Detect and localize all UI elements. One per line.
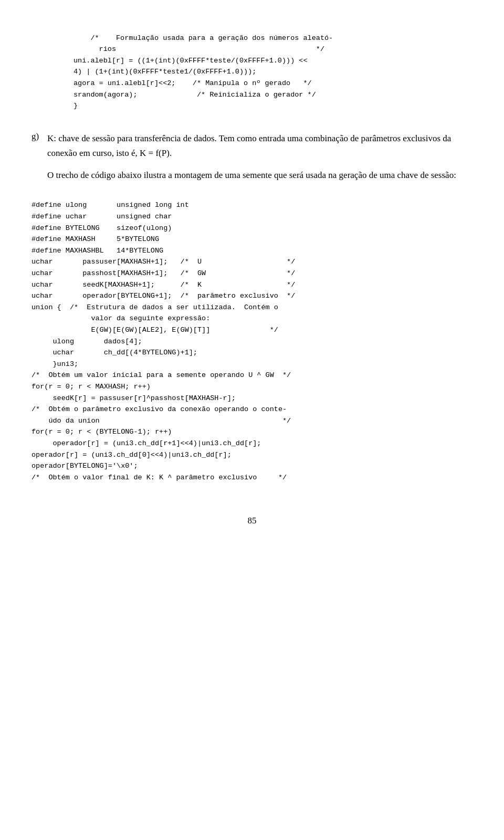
top-code-line-5: agora = uni.alebl[r]<<2; /* Manipula o n… [74,79,312,87]
g-letter: g) [32,131,42,142]
top-code-line-2: rios */ [74,45,324,53]
section-g-prose-2: O trecho de código abaixo ilustra a mont… [47,168,472,183]
code-line-define-uchar: #define uchar unsigned char [32,213,172,220]
code-line-operador: uchar operador[BYTELONG+1]; /* parâmetro… [32,292,295,300]
code-line-seedk: uchar seedK[MAXHASH+1]; /* K */ [32,281,295,289]
code-line-define-bytelong: #define BYTELONG sizeof(ulong) [32,224,172,232]
code-line-comment-operador: /* Obtém o parâmetro exclusivo da conexã… [32,405,287,413]
code-line-union-open: union { /* Estrutura de dados a ser util… [32,303,278,311]
code-line-union-comment-2: E(GW)[E(GW)[ALE2], E(GW)[T]] */ [32,326,278,334]
section-g-label: g) K: chave de sessão para transferência… [32,131,472,190]
code-line-union-comment-1: valor da seguinte expressão: [32,314,210,322]
code-line-passhost: uchar passhost[MAXHASH+1]; /* GW */ [32,269,295,277]
code-line-seedk-assign: seedK[r] = passuser[r]^passhost[MAXHASH-… [32,394,236,402]
code-line-define-maxhash: #define MAXHASH 5*BYTELONG [32,235,159,243]
code-line-ch-dd: uchar ch_dd[(4*BYTELONG)+1]; [32,349,197,356]
code-line-dados: ulong dados[4]; [32,338,142,345]
code-line-comment-final: /* Obtém o valor final de K: K ^ parâmet… [32,474,287,481]
code-section: #define ulong unsigned long int #define … [32,200,472,494]
top-code-line-3: uni.alebl[r] = ((1+(int)(0xFFFF*teste/(0… [74,57,308,65]
section-g-text: K: chave de sessão para transferência de… [47,131,472,190]
code-line-operador-assign-2: operador[r] = (uni3.ch_dd[0]<<4)|uni3.ch… [32,451,232,459]
top-code-line-4: 4) | (1+(int)(0xFFFF*teste1/(0xFFFF+1.0)… [74,68,269,76]
code-line-define-ulong: #define ulong unsigned long int [32,201,189,209]
page-number: 85 [32,516,472,526]
code-line-operador-null: operador[BYTELONG]='\x0'; [32,462,138,470]
top-code-line-7: } [74,102,78,110]
code-line-passuser: uchar passuser[MAXHASH+1]; /* U */ [32,258,295,266]
code-line-uni3: }uni3; [32,360,78,368]
code-line-operador-assign-1: operador[r] = (uni3.ch_dd[r+1]<<4)|uni3.… [32,439,261,447]
code-line-comment-seed: /* Obtém um valor inicial para a semente… [32,371,291,379]
code-line-for-2: for(r = 0; r < (BYTELONG-1); r++) [32,428,172,436]
code-line-define-maxhashbl: #define MAXHASHBL 14*BYTELONG [32,247,163,255]
main-content: g) K: chave de sessão para transferência… [32,131,472,495]
top-code-block: /* Formulação usada para a geração dos n… [74,21,472,123]
section-g-prose-1: K: chave de sessão para transferência de… [47,131,472,161]
code-line-for-1: for(r = 0; r < MAXHASH; r++) [32,383,151,391]
code-line-comment-union: údo da union */ [32,417,291,425]
top-code-line-1: /* Formulação usada para a geração dos n… [90,34,333,42]
top-code-line-6: srandom(agora); /* Reinicializa o gerado… [74,91,316,99]
page: /* Formulação usada para a geração dos n… [0,0,504,840]
